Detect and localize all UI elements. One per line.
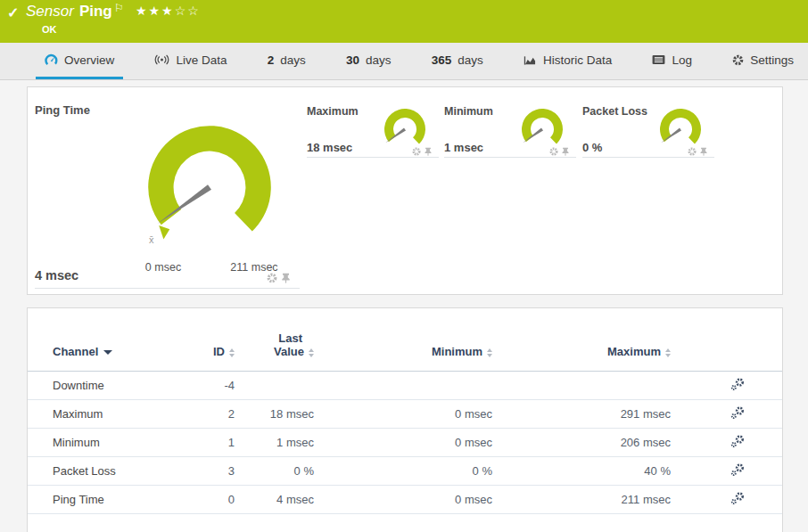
column-header-id[interactable]: ID <box>193 308 235 372</box>
tab-live-data[interactable]: Live Data <box>145 43 235 79</box>
main-gauge-actions <box>267 273 290 283</box>
sort-icon <box>487 348 492 357</box>
channel-name: Packet Loss <box>28 457 193 486</box>
widget-divider <box>307 157 439 158</box>
channel-minimum: 0 msec <box>314 400 492 429</box>
widget-packet-loss: Packet Loss 0 % <box>582 105 716 160</box>
sort-icon <box>665 348 671 357</box>
channel-name: Maximum <box>28 400 193 429</box>
gauge-settings-gear-icon[interactable] <box>412 147 421 156</box>
column-header-last-value[interactable]: Last Value <box>235 308 314 372</box>
gauge-settings-gear-icon[interactable] <box>688 147 697 156</box>
tab-365-days[interactable]: 365 days <box>423 43 492 79</box>
ping-time-value: 4 msec <box>35 268 78 282</box>
tab-settings[interactable]: Settings <box>723 43 803 79</box>
channel-minimum <box>314 372 492 400</box>
column-header-channel[interactable]: Channel <box>28 308 193 372</box>
sensor-name: Ping <box>79 3 112 20</box>
gauges-panel: Ping Time x̄ 0 msec 211 msec 4 msec Maxi… <box>27 86 783 295</box>
widget-divider <box>444 157 576 158</box>
historic-chart-icon <box>524 54 537 66</box>
widget-actions <box>688 147 707 156</box>
channel-name: Downtime <box>28 372 193 400</box>
tab-historic-data[interactable]: Historic Data <box>515 43 621 79</box>
channel-settings-gears-icon[interactable] <box>730 381 745 394</box>
channel-last-value: 1 msec <box>235 429 314 457</box>
channel-id: -4 <box>193 372 235 400</box>
gauge-pin-icon[interactable] <box>562 147 569 156</box>
widget-title: Maximum <box>307 105 359 118</box>
tab-label: Live Data <box>176 53 227 67</box>
channel-minimum: 0 msec <box>314 429 492 457</box>
gauge-pin-icon[interactable] <box>700 147 707 156</box>
channel-settings-gears-icon[interactable] <box>730 409 745 422</box>
gear-icon <box>732 54 744 66</box>
tab-label: days <box>366 53 392 67</box>
tab-bar: Overview Live Data 2 days 30 days 365 da… <box>0 43 808 80</box>
channel-minimum: 0 % <box>314 457 492 486</box>
widget-divider <box>582 157 714 158</box>
channel-settings-gears-icon[interactable] <box>730 466 745 479</box>
status-badge: OK <box>42 24 57 35</box>
stars-empty: ☆☆ <box>175 4 201 18</box>
flag-icon[interactable]: ⚐ <box>114 2 124 14</box>
channel-settings-gears-icon[interactable] <box>730 438 745 451</box>
gauge-settings-gear-icon[interactable] <box>549 147 558 156</box>
priority-stars[interactable]: ★★★☆☆ <box>136 4 201 18</box>
channel-id: 1 <box>193 429 235 457</box>
table-row-ping-time: Ping Time 0 4 msec 0 msec 211 msec <box>28 486 782 514</box>
widget-value: 18 msec <box>307 141 352 154</box>
sensor-type-label: Sensor <box>26 3 74 20</box>
sort-caret-icon <box>103 350 112 355</box>
stars-filled: ★★★ <box>136 4 175 18</box>
main-gauge-title: Ping Time <box>35 103 90 117</box>
channel-id: 2 <box>193 400 235 429</box>
gauge-pin-icon[interactable] <box>282 273 290 283</box>
channel-maximum <box>492 372 671 400</box>
gauge-settings-gear-icon[interactable] <box>267 273 277 283</box>
tab-overview[interactable]: Overview <box>36 43 123 79</box>
tab-number: 2 <box>268 53 275 67</box>
sensor-status-header: ✓ SensorPing ⚐ ★★★☆☆ OK <box>0 0 808 43</box>
tab-30-days[interactable]: 30 days <box>337 43 400 79</box>
channel-id: 0 <box>193 486 235 514</box>
channel-maximum: 40 % <box>492 457 671 486</box>
gauge-value-marker <box>159 225 169 239</box>
page-title: SensorPing <box>26 3 112 20</box>
gauge-scale-max: 211 msec <box>222 261 286 274</box>
tab-label: Overview <box>64 53 114 67</box>
channel-last-value: 4 msec <box>235 486 314 514</box>
channel-maximum: 211 msec <box>492 486 671 514</box>
tab-label: Settings <box>750 53 794 67</box>
table-row-packet-loss: Packet Loss 3 0 % 0 % 40 % <box>28 457 782 486</box>
tab-label: days <box>280 53 306 67</box>
column-header-maximum[interactable]: Maximum <box>492 308 671 372</box>
widget-divider <box>35 288 300 289</box>
sort-icon <box>229 348 235 357</box>
tab-label: Historic Data <box>543 53 612 67</box>
channel-maximum: 206 msec <box>492 429 671 457</box>
tab-number: 365 <box>432 53 452 67</box>
channel-settings-gears-icon[interactable] <box>730 495 745 508</box>
channel-last-value: 18 msec <box>235 400 314 429</box>
widget-title: Packet Loss <box>582 105 647 118</box>
channel-last-value: 0 % <box>235 457 314 486</box>
status-check-icon: ✓ <box>7 4 19 21</box>
widget-actions <box>412 147 432 156</box>
column-header-minimum[interactable]: Minimum <box>314 308 492 372</box>
tab-2-days[interactable]: 2 days <box>259 43 315 79</box>
widget-maximum: Maximum 18 msec <box>307 105 441 160</box>
table-row-downtime: Downtime -4 <box>28 372 782 400</box>
tab-log[interactable]: Log <box>643 43 701 79</box>
channel-id: 3 <box>193 457 235 486</box>
gauge-pin-icon[interactable] <box>425 147 432 156</box>
widget-value: 1 msec <box>444 141 483 154</box>
channels-panel: Channel ID Last Value Minimum Maximum <box>27 307 783 532</box>
widget-title: Minimum <box>444 105 493 118</box>
channel-name: Minimum <box>28 429 193 457</box>
widget-minimum: Minimum 1 msec <box>444 105 578 160</box>
channel-name: Ping Time <box>28 486 193 514</box>
channel-minimum: 0 msec <box>314 486 492 514</box>
gauge-scale-min: 0 msec <box>136 261 190 274</box>
column-header-settings <box>671 308 782 372</box>
